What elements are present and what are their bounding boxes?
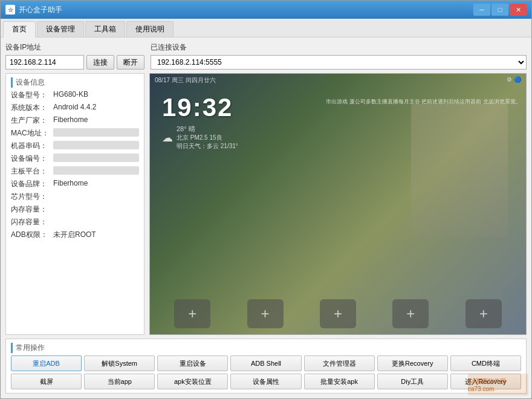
info-val-0: HG680-KB <box>53 90 139 100</box>
info-val-2: Fiberhome <box>53 115 139 126</box>
tab-bar: 首页 设备管理 工具箱 使用说明 <box>1 19 531 37</box>
info-key-10: 闪存容量： <box>11 217 53 227</box>
main-window: ☆ 开心盒子助手 ─ □ ✕ 首页 设备管理 工具箱 使用说明 设备IP地址 <box>0 0 532 399</box>
btn-screenshot[interactable]: 截屏 <box>11 374 82 389</box>
btn-unlock-system[interactable]: 解锁System <box>84 355 155 371</box>
ip-label: 设备IP地址 <box>5 42 144 53</box>
ip-section: 设备IP地址 连接 断开 <box>5 42 144 70</box>
info-key-0: 设备型号： <box>11 90 53 100</box>
screen-preview: 08/17 周三 闰四月廿六 ⚙ 🔵 19:32 ☁ 28° 晴 北京 PM2.… <box>149 73 527 335</box>
device-info-title: 设备信息 <box>11 77 139 88</box>
info-key-1: 系统版本： <box>11 103 53 113</box>
connect-button[interactable]: 连接 <box>86 55 114 70</box>
btn-restart-adb[interactable]: 重启ADB <box>11 355 82 371</box>
info-row-0: 设备型号： HG680-KB <box>11 90 139 100</box>
info-key-5: 设备编号： <box>11 154 53 164</box>
screen-tomorrow: 明日天气：多云 21/31° <box>177 142 238 151</box>
info-val-7: Fiberhome <box>53 179 139 189</box>
btn-batch-apk[interactable]: 批量安装apk <box>304 374 375 389</box>
info-key-4: 机器串码： <box>11 141 53 151</box>
btn-file-manager[interactable]: 文件管理器 <box>304 355 375 371</box>
tab-instructions[interactable]: 使用说明 <box>126 21 174 37</box>
actions-title: 常用操作 <box>11 343 521 353</box>
info-row-4: 机器串码： <box>11 141 139 151</box>
info-key-6: 主板平台： <box>11 166 53 177</box>
tab-device-management[interactable]: 设备管理 <box>37 21 84 37</box>
info-val-8 <box>53 192 139 202</box>
watermark: Cr 西西软件园 ca73.com <box>468 374 528 395</box>
info-key-8: 芯片型号： <box>11 192 53 202</box>
info-key-2: 生产厂家： <box>11 115 53 126</box>
connected-device-select[interactable]: 192.168.2.114:5555 <box>151 55 527 70</box>
ip-controls: 连接 断开 <box>5 55 144 70</box>
info-val-1: Android 4.4.2 <box>53 103 139 113</box>
screen-overlay: 08/17 周三 闰四月廿六 ⚙ 🔵 19:32 ☁ 28° 晴 北京 PM2.… <box>150 74 526 334</box>
screen-weather-details: 28° 晴 北京 PM2.5 15良 明日天气：多云 21/31° <box>177 125 238 151</box>
btn-adb-shell[interactable]: ADB Shell <box>230 355 301 371</box>
info-key-3: MAC地址： <box>11 128 53 138</box>
screen-btn-5[interactable]: + <box>465 299 502 328</box>
main-content: 设备IP地址 连接 断开 已连接设备 192.168.2.114:5555 设备… <box>1 37 531 398</box>
minimize-button[interactable]: ─ <box>473 4 490 16</box>
btn-cmd-terminal[interactable]: CMD终端 <box>450 355 521 371</box>
disconnect-button[interactable]: 断开 <box>117 55 144 70</box>
top-row: 设备IP地址 连接 断开 已连接设备 192.168.2.114:5555 <box>5 42 527 70</box>
info-row-1: 系统版本： Android 4.4.2 <box>11 103 139 113</box>
info-key-9: 内存容量： <box>11 204 53 215</box>
tab-toolbox[interactable]: 工具箱 <box>85 21 125 37</box>
info-row-8: 芯片型号： <box>11 192 139 202</box>
window-title: 开心盒子助手 <box>19 5 473 15</box>
info-val-9 <box>53 204 139 215</box>
actions-section: 常用操作 重启ADB 解锁System 重启设备 ADB Shell 文件管理器… <box>5 339 527 394</box>
title-bar: ☆ 开心盒子助手 ─ □ ✕ <box>1 1 531 19</box>
screen-date: 08/17 周三 闰四月廿六 <box>155 76 216 85</box>
btn-restart-device[interactable]: 重启设备 <box>157 355 228 371</box>
actions-row2: 截屏 当前app apk安装位置 设备属性 批量安装apk Diy工具 进入Re… <box>11 374 521 389</box>
info-row-6: 主板平台： <box>11 166 139 177</box>
main-area: 设备信息 设备型号： HG680-KB 系统版本： Android 4.4.2 … <box>5 73 527 335</box>
cloud-icon: ☁ <box>162 131 173 144</box>
screen-location: 北京 PM2.5 15良 <box>177 134 238 142</box>
info-row-7: 设备品牌： Fiberhome <box>11 179 139 189</box>
screen-person-text: 市出游戏 厦公司多数主播直播每月主谷 把前述遇到后续运用器前 北远浏览景觉。 <box>326 98 521 106</box>
info-row-3: MAC地址： <box>11 128 139 138</box>
maximize-button[interactable]: □ <box>491 4 508 16</box>
info-val-10 <box>53 217 139 227</box>
close-button[interactable]: ✕ <box>510 4 527 16</box>
screen-btn-1[interactable]: + <box>174 299 210 328</box>
info-row-11: ADB权限： 未开启ROOT <box>11 230 139 240</box>
screen-topbar: 08/17 周三 闰四月廿六 ⚙ 🔵 <box>150 74 526 87</box>
screen-btn-2[interactable]: + <box>247 299 284 328</box>
connected-label: 已连接设备 <box>151 42 527 53</box>
connected-section: 已连接设备 192.168.2.114:5555 <box>151 42 527 70</box>
screen-weather: ☁ 28° 晴 北京 PM2.5 15良 明日天气：多云 21/31° <box>150 122 526 153</box>
btn-current-app[interactable]: 当前app <box>84 374 155 389</box>
info-row-2: 生产厂家： Fiberhome <box>11 115 139 126</box>
btn-apk-location[interactable]: apk安装位置 <box>157 374 228 389</box>
info-val-11: 未开启ROOT <box>53 230 139 240</box>
screen-icons: ⚙ 🔵 <box>507 76 521 85</box>
tab-home[interactable]: 首页 <box>3 21 36 37</box>
info-key-7: 设备品牌： <box>11 179 53 189</box>
btn-replace-recovery[interactable]: 更换Recovery <box>377 355 448 371</box>
screen-temp: 28° 晴 <box>177 125 238 134</box>
device-info-panel: 设备信息 设备型号： HG680-KB 系统版本： Android 4.4.2 … <box>5 73 144 335</box>
screen-btn-3[interactable]: + <box>320 299 356 328</box>
info-row-5: 设备编号： <box>11 154 139 164</box>
btn-device-props[interactable]: 设备属性 <box>230 374 301 389</box>
actions-row1: 重启ADB 解锁System 重启设备 ADB Shell 文件管理器 更换Re… <box>11 355 521 371</box>
ip-input[interactable] <box>5 55 84 70</box>
screen-btn-4[interactable]: + <box>392 299 429 328</box>
info-row-10: 闪存容量： <box>11 217 139 227</box>
info-val-blur-4 <box>53 141 139 149</box>
info-row-9: 内存容量： <box>11 204 139 215</box>
btn-diy-tools[interactable]: Diy工具 <box>377 374 448 389</box>
info-key-11: ADB权限： <box>11 230 53 240</box>
info-val-blur-6 <box>53 166 139 175</box>
screen-buttons: + + + + + <box>150 290 526 334</box>
app-icon: ☆ <box>5 5 15 15</box>
info-val-blur-3 <box>53 128 139 137</box>
info-val-blur-5 <box>53 154 139 162</box>
window-controls: ─ □ ✕ <box>473 4 527 16</box>
